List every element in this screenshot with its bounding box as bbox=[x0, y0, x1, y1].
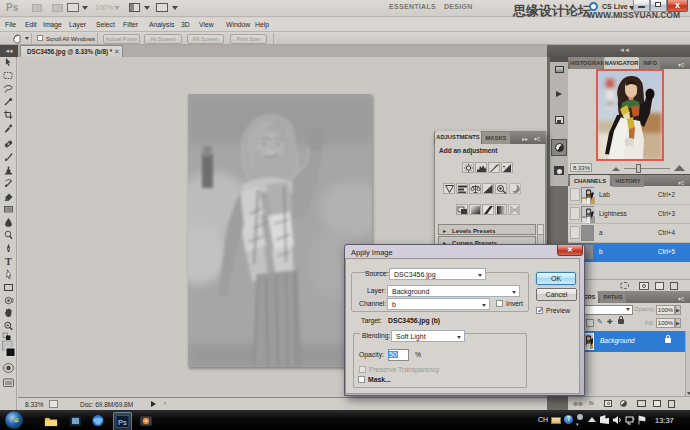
svg-text:Ps: Ps bbox=[118, 418, 127, 427]
svg-text:T: T bbox=[5, 256, 12, 267]
